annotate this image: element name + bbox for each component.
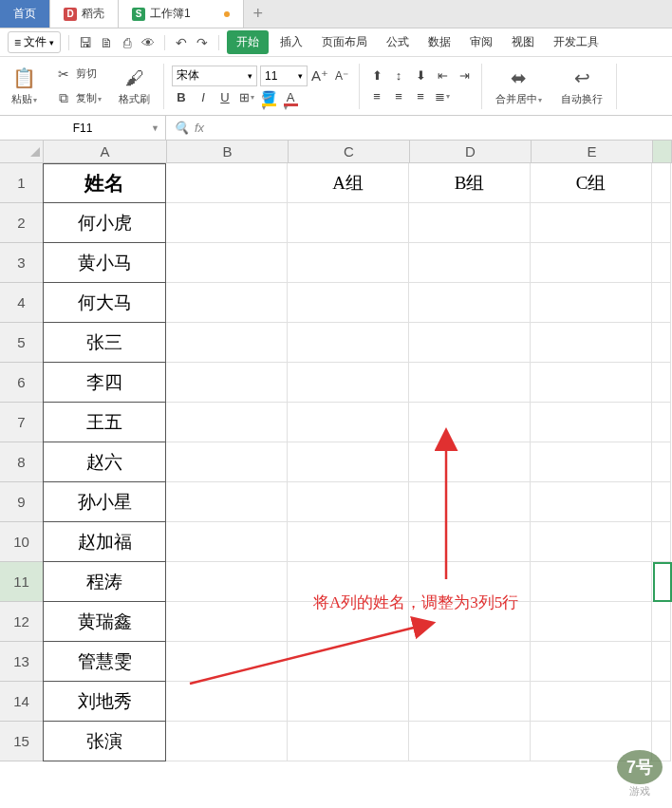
cell[interactable] [409, 203, 531, 243]
cell[interactable] [288, 243, 409, 283]
cell[interactable] [288, 403, 409, 442]
column-header-C[interactable]: C [289, 141, 410, 163]
cell[interactable] [531, 323, 652, 363]
font-size-select[interactable]: 11▾ [260, 66, 308, 86]
cell[interactable] [531, 363, 652, 403]
cell[interactable]: 李四 [43, 363, 166, 403]
align-top-button[interactable]: ⬆ [367, 66, 386, 85]
align-center-button[interactable]: ≡ [389, 87, 408, 106]
cell[interactable] [288, 283, 409, 323]
cell[interactable] [409, 682, 531, 722]
cell[interactable]: 何小虎 [43, 203, 166, 243]
cell[interactable] [652, 283, 671, 323]
print-preview-icon[interactable]: 👁 [140, 34, 157, 51]
row-header[interactable]: 5 [0, 323, 44, 363]
row-header[interactable]: 2 [0, 203, 44, 243]
decrease-indent-button[interactable]: ⇤ [433, 66, 452, 85]
fill-color-button[interactable]: 🪣 [259, 88, 278, 107]
increase-font-button[interactable]: A⁺ [310, 66, 329, 85]
row-header[interactable]: 9 [0, 482, 44, 522]
cell[interactable] [288, 642, 409, 682]
align-distributed-button[interactable]: ≣ [433, 87, 452, 106]
cell[interactable] [166, 363, 288, 403]
merge-center-button[interactable]: ⬌ 合并居中 [490, 64, 548, 108]
column-header-B[interactable]: B [167, 141, 289, 163]
cell[interactable] [288, 482, 409, 522]
cell[interactable] [409, 283, 531, 323]
cell[interactable] [409, 722, 531, 761]
cell[interactable] [288, 442, 409, 482]
increase-indent-button[interactable]: ⇥ [455, 66, 474, 85]
cell[interactable] [409, 243, 531, 283]
bold-button[interactable]: B [172, 88, 191, 107]
save-icon[interactable]: 🖫 [77, 34, 94, 51]
cell[interactable]: 张演 [43, 722, 166, 761]
cell[interactable]: 程涛 [43, 562, 166, 602]
row-header[interactable]: 3 [0, 243, 44, 283]
new-tab-button[interactable]: + [244, 0, 272, 28]
cell[interactable]: 刘地秀 [43, 682, 166, 722]
file-menu-button[interactable]: ≡ 文件 ▾ [8, 31, 61, 53]
font-color-button[interactable]: A [281, 88, 300, 107]
cell[interactable] [652, 642, 671, 682]
undo-icon[interactable]: ↶ [173, 34, 190, 51]
cell[interactable] [652, 682, 671, 722]
redo-icon[interactable]: ↷ [194, 34, 211, 51]
column-header-E[interactable]: E [532, 141, 653, 163]
menu-view[interactable]: 视图 [504, 30, 542, 54]
cell[interactable] [409, 363, 531, 403]
menu-review[interactable]: 审阅 [462, 30, 500, 54]
underline-button[interactable]: U [215, 88, 234, 107]
align-right-button[interactable]: ≡ [411, 87, 430, 106]
column-header-A[interactable]: A [44, 141, 167, 163]
decrease-font-button[interactable]: A⁻ [332, 66, 351, 85]
menu-dev[interactable]: 开发工具 [546, 30, 607, 54]
name-box[interactable]: F11 ▼ [0, 116, 166, 140]
cell[interactable] [288, 203, 409, 243]
zoom-icon[interactable]: 🔍 [174, 121, 189, 135]
row-header[interactable]: 1 [0, 163, 44, 203]
cell[interactable] [166, 522, 288, 562]
paste-button[interactable]: 📋 粘贴 [6, 64, 43, 108]
menu-insert[interactable]: 插入 [272, 30, 310, 54]
cell[interactable] [166, 682, 288, 722]
row-header[interactable]: 14 [0, 682, 44, 722]
row-header[interactable]: 6 [0, 363, 44, 403]
cell[interactable] [652, 363, 671, 403]
cell[interactable] [531, 642, 652, 682]
cell[interactable] [166, 403, 288, 442]
border-button[interactable]: ⊞ [237, 88, 256, 107]
cell[interactable] [166, 243, 288, 283]
cell[interactable] [166, 562, 288, 602]
cell[interactable] [531, 522, 652, 562]
cell[interactable] [652, 442, 671, 482]
cell[interactable] [652, 203, 671, 243]
column-header-D[interactable]: D [410, 141, 532, 163]
format-painter-button[interactable]: 🖌 格式刷 [113, 64, 156, 108]
cell[interactable] [652, 562, 671, 602]
cell[interactable] [531, 283, 652, 323]
cell[interactable]: 姓名 [43, 163, 166, 203]
row-header[interactable]: 4 [0, 283, 44, 323]
cell[interactable] [166, 602, 288, 642]
cell[interactable] [652, 522, 671, 562]
cell[interactable] [288, 323, 409, 363]
copy-button[interactable]: ⧉复制 [50, 87, 105, 110]
tab-daoke[interactable]: D 稻壳 [50, 0, 119, 28]
cell[interactable]: 管慧雯 [43, 642, 166, 682]
cell[interactable] [531, 482, 652, 522]
cell[interactable] [166, 722, 288, 761]
cut-button[interactable]: ✂剪切 [50, 63, 105, 85]
cell[interactable]: 王五 [43, 403, 166, 442]
cell[interactable] [531, 243, 652, 283]
cell[interactable] [288, 522, 409, 562]
cell[interactable] [652, 602, 671, 642]
print-icon[interactable]: ⎙ [119, 34, 136, 51]
row-header[interactable]: 13 [0, 642, 44, 682]
row-header[interactable]: 11 [0, 562, 44, 602]
cell[interactable] [409, 482, 531, 522]
tab-home[interactable]: 首页 [0, 0, 50, 28]
cell[interactable] [531, 403, 652, 442]
cell[interactable]: 赵加福 [43, 522, 166, 562]
cell[interactable] [652, 163, 671, 203]
